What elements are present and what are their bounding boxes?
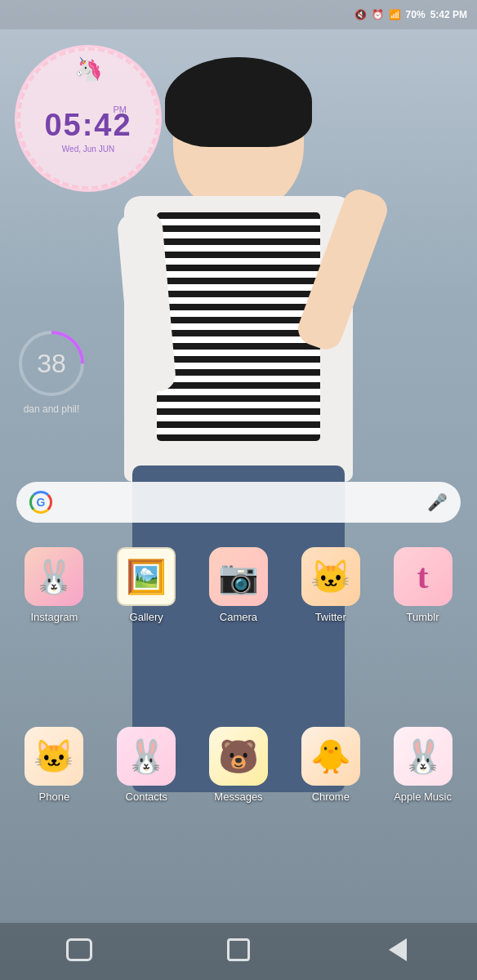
phone-label: Phone xyxy=(39,791,70,803)
progress-number: 38 xyxy=(37,349,66,379)
gallery-icon: 🖼️ xyxy=(126,560,167,593)
twitter-label: Twitter xyxy=(315,611,346,623)
app-camera[interactable]: 📷 Camera xyxy=(198,547,279,623)
apps-row-1: 🐰 Instagram 🖼️ Gallery 📷 Camera 🐱 Twitte… xyxy=(0,547,477,623)
search-bar[interactable]: G 🎤 xyxy=(16,482,461,523)
status-time: 5:42 PM xyxy=(430,9,467,20)
instagram-label: Instagram xyxy=(30,611,78,623)
alarm-icon: ⏰ xyxy=(372,9,384,20)
clock-ampm: PM xyxy=(114,105,127,114)
bottom-nav xyxy=(0,923,477,980)
messages-label: Messages xyxy=(214,791,262,803)
camera-label: Camera xyxy=(220,611,257,623)
battery-indicator: 70% xyxy=(406,9,426,20)
apps-row-2: 🐱 Phone 🐰 Contacts 🐻 Messages 🐥 Chrome 🐰… xyxy=(0,727,477,803)
app-phone[interactable]: 🐱 Phone xyxy=(13,727,95,803)
app-instagram[interactable]: 🐰 Instagram xyxy=(13,547,95,623)
progress-label: dan and phil! xyxy=(24,403,80,415)
contacts-label: Contacts xyxy=(126,791,167,803)
tumblr-t-icon: t xyxy=(417,557,429,596)
google-logo: G xyxy=(29,491,52,514)
app-gallery[interactable]: 🖼️ Gallery xyxy=(105,547,187,623)
recent-apps-button[interactable] xyxy=(59,929,100,970)
app-contacts[interactable]: 🐰 Contacts xyxy=(105,727,187,803)
home-button[interactable] xyxy=(218,929,259,970)
mute-icon: 🔇 xyxy=(354,9,367,20)
phone-icon: 🐱 xyxy=(33,740,74,773)
twitter-icon: 🐱 xyxy=(310,560,351,593)
app-apple-music[interactable]: 🐰 Apple Music xyxy=(382,727,464,803)
app-messages[interactable]: 🐻 Messages xyxy=(198,727,279,803)
signal-icon: 📶 xyxy=(389,9,401,20)
mic-icon[interactable]: 🎤 xyxy=(427,492,448,512)
contacts-icon: 🐰 xyxy=(126,740,167,773)
clock-widget: 🦄 PM 05:42 Wed, Jun JUN xyxy=(15,45,162,192)
unicorn-icon: 🦄 xyxy=(74,56,103,82)
app-tumblr[interactable]: t Tumblr xyxy=(382,547,464,623)
chrome-icon: 🐥 xyxy=(310,740,351,773)
progress-widget: 38 dan and phil! xyxy=(15,327,88,415)
camera-icon: 📷 xyxy=(218,560,259,593)
apple-music-icon: 🐰 xyxy=(403,740,444,773)
app-twitter[interactable]: 🐱 Twitter xyxy=(290,547,372,623)
messages-icon: 🐻 xyxy=(218,740,259,773)
apple-music-label: Apple Music xyxy=(394,791,452,803)
app-chrome[interactable]: 🐥 Chrome xyxy=(290,727,372,803)
instagram-icon: 🐰 xyxy=(33,560,74,593)
back-button[interactable] xyxy=(377,929,418,970)
chrome-label: Chrome xyxy=(312,791,350,803)
gallery-label: Gallery xyxy=(130,611,163,623)
tumblr-label: Tumblr xyxy=(407,611,439,623)
status-bar: 🔇 ⏰ 📶 70% 5:42 PM xyxy=(0,0,477,29)
